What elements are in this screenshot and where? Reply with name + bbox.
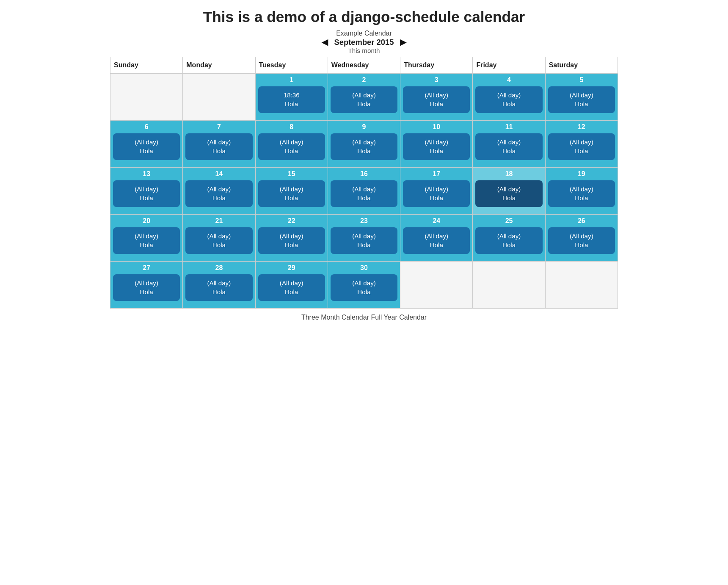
day-cell[interactable]: 23(All day)Hola [328,215,400,261]
calendar-cell[interactable]: 20(All day)Hola [110,215,183,262]
calendar-cell[interactable]: 13(All day)Hola [110,168,183,215]
three-month-link[interactable]: Three Month Calendar [301,314,369,321]
day-cell[interactable]: 15(All day)Hola [256,168,328,214]
event-block[interactable]: (All day)Hola [113,274,180,301]
calendar-cell[interactable]: 22(All day)Hola [255,215,328,262]
day-cell[interactable]: 22(All day)Hola [256,215,328,261]
day-cell[interactable]: 11(All day)Hola [473,121,545,167]
event-block[interactable]: (All day)Hola [113,180,180,207]
day-cell[interactable]: 7(All day)Hola [183,121,255,167]
event-block[interactable]: (All day)Hola [258,274,325,301]
calendar-cell[interactable]: 16(All day)Hola [328,168,400,215]
calendar-cell[interactable]: 11(All day)Hola [473,121,545,168]
event-block[interactable]: (All day)Hola [113,133,180,160]
calendar-cell[interactable]: 28(All day)Hola [183,262,255,309]
day-cell[interactable]: 12(All day)Hola [546,121,618,167]
calendar-cell[interactable]: 118:36Hola [255,74,328,121]
event-block[interactable]: (All day)Hola [548,180,615,207]
day-cell[interactable]: 21(All day)Hola [183,215,255,261]
event-block[interactable]: 18:36Hola [258,86,325,113]
day-cell[interactable]: 3(All day)Hola [400,74,472,120]
day-cell[interactable]: 25(All day)Hola [473,215,545,261]
day-cell[interactable]: 28(All day)Hola [183,262,255,308]
day-cell[interactable]: 4(All day)Hola [473,74,545,120]
calendar-cell[interactable]: 5(All day)Hola [545,74,618,121]
day-cell[interactable]: 10(All day)Hola [400,121,472,167]
event-block[interactable]: (All day)Hola [185,227,252,254]
calendar-cell[interactable] [183,74,255,121]
calendar-cell[interactable]: 24(All day)Hola [400,215,473,262]
event-block[interactable]: (All day)Hola [185,274,252,301]
event-block[interactable]: (All day)Hola [258,180,325,207]
day-cell[interactable]: 19(All day)Hola [546,168,618,214]
calendar-cell[interactable]: 14(All day)Hola [183,168,255,215]
calendar-cell[interactable]: 3(All day)Hola [400,74,473,121]
event-block[interactable]: (All day)Hola [475,133,542,160]
day-cell[interactable]: 30(All day)Hola [328,262,400,308]
event-block[interactable]: (All day)Hola [403,86,470,113]
day-cell[interactable]: 29(All day)Hola [256,262,328,308]
day-cell[interactable]: 16(All day)Hola [328,168,400,214]
calendar-cell[interactable]: 9(All day)Hola [328,121,400,168]
event-block[interactable]: (All day)Hola [548,227,615,254]
day-cell[interactable]: 17(All day)Hola [400,168,472,214]
event-block[interactable]: (All day)Hola [113,227,180,254]
event-block[interactable]: (All day)Hola [331,180,397,207]
calendar-cell[interactable] [400,262,473,309]
prev-month-button[interactable]: ◀ [322,37,328,47]
calendar-cell[interactable] [473,262,545,309]
calendar-cell[interactable]: 8(All day)Hola [255,121,328,168]
calendar-cell[interactable]: 17(All day)Hola [400,168,473,215]
event-block[interactable]: (All day)Hola [403,133,470,160]
calendar-cell[interactable]: 21(All day)Hola [183,215,255,262]
event-block[interactable]: (All day)Hola [475,180,542,207]
calendar-cell[interactable]: 18(All day)Hola [473,168,545,215]
next-month-button[interactable]: ▶ [400,37,406,47]
event-block[interactable]: (All day)Hola [331,86,397,113]
event-block[interactable]: (All day)Hola [548,86,615,113]
calendar-cell[interactable]: 10(All day)Hola [400,121,473,168]
event-block[interactable]: (All day)Hola [475,227,542,254]
day-cell[interactable]: 20(All day)Hola [110,215,182,261]
calendar-cell[interactable] [110,74,183,121]
event-block[interactable]: (All day)Hola [403,180,470,207]
calendar-cell[interactable]: 7(All day)Hola [183,121,255,168]
calendar-cell[interactable]: 25(All day)Hola [473,215,545,262]
day-cell[interactable]: 8(All day)Hola [256,121,328,167]
day-cell[interactable]: 6(All day)Hola [110,121,182,167]
calendar-cell[interactable]: 12(All day)Hola [545,121,618,168]
calendar-cell[interactable]: 4(All day)Hola [473,74,545,121]
event-block[interactable]: (All day)Hola [403,227,470,254]
day-cell[interactable]: 27(All day)Hola [110,262,182,308]
day-cell[interactable]: 5(All day)Hola [546,74,618,120]
day-cell[interactable]: 24(All day)Hola [400,215,472,261]
day-cell[interactable]: 2(All day)Hola [328,74,400,120]
event-block[interactable]: (All day)Hola [548,133,615,160]
day-cell[interactable]: 9(All day)Hola [328,121,400,167]
this-month-link[interactable]: This month [110,47,618,54]
calendar-cell[interactable]: 15(All day)Hola [255,168,328,215]
calendar-cell[interactable]: 30(All day)Hola [328,262,400,309]
day-cell[interactable]: 18(All day)Hola [473,168,545,214]
calendar-cell[interactable]: 29(All day)Hola [255,262,328,309]
full-year-link[interactable]: Full Year Calendar [371,314,427,321]
event-block[interactable]: (All day)Hola [258,133,325,160]
event-block[interactable]: (All day)Hola [475,86,542,113]
event-block[interactable]: (All day)Hola [185,133,252,160]
calendar-cell[interactable]: 26(All day)Hola [545,215,618,262]
calendar-cell[interactable]: 27(All day)Hola [110,262,183,309]
calendar-cell[interactable]: 23(All day)Hola [328,215,400,262]
calendar-cell[interactable]: 2(All day)Hola [328,74,400,121]
day-cell[interactable]: 14(All day)Hola [183,168,255,214]
day-cell[interactable]: 13(All day)Hola [110,168,182,214]
day-cell[interactable]: 118:36Hola [256,74,328,120]
event-block[interactable]: (All day)Hola [258,227,325,254]
event-block[interactable]: (All day)Hola [331,227,397,254]
event-block[interactable]: (All day)Hola [331,133,397,160]
event-block[interactable]: (All day)Hola [185,180,252,207]
calendar-cell[interactable]: 6(All day)Hola [110,121,183,168]
calendar-cell[interactable]: 19(All day)Hola [545,168,618,215]
day-cell[interactable]: 26(All day)Hola [546,215,618,261]
event-block[interactable]: (All day)Hola [331,274,397,301]
calendar-cell[interactable] [545,262,618,309]
